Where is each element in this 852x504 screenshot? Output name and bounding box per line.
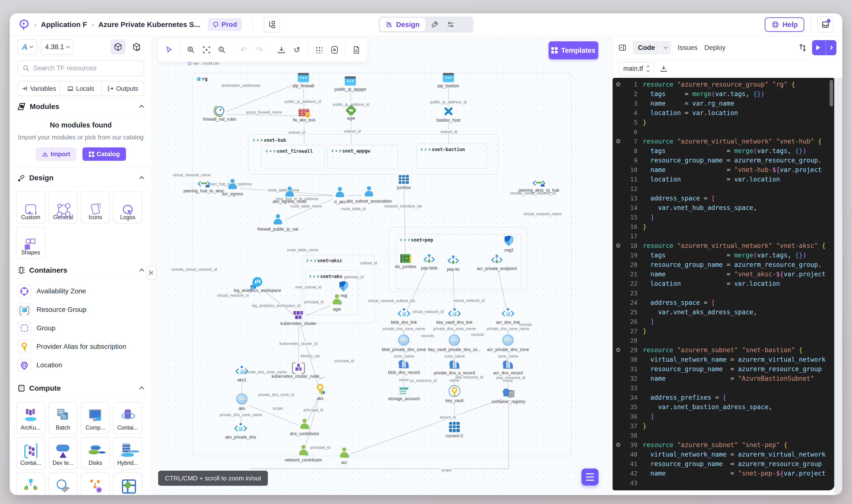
modules-section-header[interactable]: Modules xyxy=(10,96,152,115)
node-key-vault-private-dns-zo-[interactable]: key_vault_private_dns_zo... xyxy=(428,335,481,352)
outputs-button[interactable]: Outputs xyxy=(102,82,144,95)
compute-tile-11[interactable]: Spring... xyxy=(113,472,142,495)
code-line-41[interactable]: 41 resource_group_name = azurerm_resourc… xyxy=(613,459,826,469)
node-rt-aks[interactable]: rt_aks xyxy=(334,186,346,204)
code-line-30[interactable]: 30 virtual_network_name = azurerm_virtua… xyxy=(613,355,826,364)
code-editor[interactable]: ⚙1resource "azurerm_resource_group" "rg"… xyxy=(613,78,834,490)
inbox-button[interactable] xyxy=(817,17,834,33)
modules-view-button[interactable] xyxy=(129,39,144,54)
compute-tile-2[interactable]: Comp... xyxy=(81,402,110,434)
resource-gear-icon[interactable]: ⚙ xyxy=(613,440,624,450)
compute-tile-8[interactable]: Logic ... xyxy=(16,472,45,495)
node-current-[interactable]: current © xyxy=(446,422,463,438)
container-item-group[interactable]: Group xyxy=(16,319,146,337)
editor-scrollbar[interactable] xyxy=(830,80,833,107)
locals-button[interactable]: Locals xyxy=(60,82,102,95)
node-dns-contributor[interactable]: dns_contributor xyxy=(290,418,320,436)
code-line-37[interactable]: 37} xyxy=(613,421,826,431)
code-line-21[interactable]: 21 name = "vnet_aksc-${var.project xyxy=(613,270,826,279)
design-tile-general[interactable]: General xyxy=(49,192,78,223)
resources-view-button[interactable] xyxy=(110,39,126,54)
templates-button[interactable]: Templates xyxy=(549,41,598,59)
tab-deploy[interactable]: Deploy xyxy=(704,44,725,52)
chevron-down-icon[interactable] xyxy=(660,41,671,54)
code-line-36[interactable]: 36 ] xyxy=(613,412,826,421)
code-line-35[interactable]: 35 var.snet_bastion_adress_space, xyxy=(613,402,826,412)
node-key-vault-dns-link[interactable]: key_vault_dns_link xyxy=(436,308,472,325)
redo-button[interactable]: ↷ xyxy=(255,44,264,56)
code-line-39[interactable]: ⚙39resource "azurerm_subnet" "snet-pep" … xyxy=(613,440,826,450)
code-line-15[interactable]: 15 ] xyxy=(613,213,826,222)
node-pep-kv[interactable]: pep-kv xyxy=(447,255,460,272)
node-bastion-host[interactable]: bastion_host xyxy=(436,106,460,123)
node-aks[interactable]: aks xyxy=(315,383,325,401)
code-line-34[interactable]: 34 address_prefixes = [ xyxy=(613,393,826,402)
environment-badge[interactable]: Prod xyxy=(208,18,242,31)
download-code-icon[interactable] xyxy=(660,65,667,72)
node-agw[interactable]: agw xyxy=(332,294,342,312)
node-blob-dns-link[interactable]: blob_dns_link xyxy=(391,308,417,325)
code-line-31[interactable]: 31 resource_group_name = azurerm_resourc… xyxy=(613,364,826,374)
import-modules-button[interactable]: Import xyxy=(36,147,77,161)
node-blob-dns-record[interactable]: blob_dns_record xyxy=(388,360,420,375)
canvas-menu-fab[interactable] xyxy=(581,468,598,486)
code-line-22[interactable]: 22 location = var.location xyxy=(613,279,826,288)
node-agw[interactable]: agw xyxy=(347,106,355,121)
node-aks-egress-route[interactable]: aks_egress_route xyxy=(272,186,306,204)
zoom-in-button[interactable] xyxy=(187,44,196,56)
resource-gear-icon[interactable]: ⚙ xyxy=(613,345,624,355)
container-item-key[interactable]: Provider Alias for subscription xyxy=(16,337,146,356)
node-acr-dns-link[interactable]: acr_dns_link xyxy=(496,308,520,325)
design-tile-shapes[interactable]: Shapes xyxy=(16,227,45,259)
compute-tile-0[interactable]: ArcKu... xyxy=(16,402,45,434)
node-aks-private-dns[interactable]: aks_private_dns xyxy=(225,423,256,440)
compare-code-icon[interactable] xyxy=(798,43,807,52)
code-line-25[interactable]: 25 var.vnet_aks_adress_space, xyxy=(613,307,826,317)
node-jumbox[interactable]: jumbox xyxy=(397,175,411,190)
container-item-az[interactable]: Availability Zone xyxy=(16,282,146,301)
catalog-button[interactable]: Catalog xyxy=(83,147,126,161)
node-container-registry[interactable]: container_registry xyxy=(491,388,525,404)
node-firewall-nat-rules[interactable]: firewall_nat_rules xyxy=(203,106,236,122)
node-peering-aksc-to-hub[interactable]: peering_aksc_to_hub xyxy=(519,179,559,193)
code-line-8[interactable]: 8 tags = merge(var.tags, {}) xyxy=(613,146,826,156)
preview-eye-button[interactable] xyxy=(330,44,339,56)
design-tile-logos[interactable]: Logos xyxy=(113,192,142,223)
node-log-analytics-workspace[interactable]: log_analytics_workspace xyxy=(234,277,281,293)
node-pip-bastion[interactable]: pip_bastion xyxy=(437,73,459,89)
provider-version-select[interactable]: 4.38.1 xyxy=(41,39,74,55)
code-line-27[interactable]: 27} xyxy=(613,326,826,336)
design-canvas[interactable]: rgvnet-hubsnet_firewallsnet_appgwsnet-ba… xyxy=(152,36,612,495)
breadcrumb-project[interactable]: Azure Private Kubernetes S... xyxy=(98,20,200,29)
code-line-29[interactable]: ⚙29resource "azurerm_subnet" "snet-basti… xyxy=(613,345,826,355)
compute-tile-4[interactable]: Contai... xyxy=(16,437,45,469)
node-blob-private-dns-zone[interactable]: blob_private_dns_zone xyxy=(382,335,426,352)
code-line-13[interactable]: 13 address_space = [ xyxy=(613,194,826,203)
node-nsg2[interactable]: nsg2 xyxy=(504,236,513,253)
design-tile-custom[interactable]: Custom xyxy=(16,192,45,223)
node-aks[interactable]: aks xyxy=(236,394,248,411)
resource-gear-icon[interactable]: ⚙ xyxy=(613,80,624,89)
code-line-1[interactable]: ⚙1resource "azurerm_resource_group" "rg"… xyxy=(613,80,826,89)
code-line-10[interactable]: 10 name = "vnet-hub-${var.project xyxy=(613,165,826,175)
node-kubernetes-cluster[interactable]: kubernetes_cluster xyxy=(280,311,316,326)
node-acr-dns-record[interactable]: acr_dns_record xyxy=(493,360,523,376)
compute-tile-9[interactable]: Mainte... xyxy=(49,472,78,495)
node-pip-firewall[interactable]: pip_firewall xyxy=(293,73,314,89)
node-fw-aks-eus[interactable]: fw_aks_eus xyxy=(293,109,315,123)
code-line-9[interactable]: 9 resource_group_name = azurerm_resource… xyxy=(613,156,826,165)
code-line-32[interactable]: 32 name = "AzureBastionSubnet" xyxy=(613,374,826,383)
code-line-18[interactable]: ⚙18resource "azurerm_virtual_network" "v… xyxy=(613,241,826,251)
node-aks1[interactable]: aks1 xyxy=(236,366,248,383)
design-tile-icons[interactable]: Icons xyxy=(81,192,110,223)
tab-deploy-rocket-icon[interactable] xyxy=(428,18,441,31)
help-button[interactable]: Help xyxy=(765,17,804,32)
code-line-33[interactable]: 33 xyxy=(613,383,826,393)
brand-logo-icon[interactable] xyxy=(18,19,30,30)
provider-select[interactable]: A xyxy=(18,39,37,55)
node-public-ip-appgw[interactable]: public_ip_appgw xyxy=(334,76,366,92)
code-line-7[interactable]: ⚙7resource "azurerm_virtual_network" "vn… xyxy=(613,137,826,146)
history-button[interactable]: ↺ xyxy=(292,44,302,56)
fit-view-button[interactable] xyxy=(202,44,211,56)
code-line-5[interactable]: 5} xyxy=(613,118,826,127)
